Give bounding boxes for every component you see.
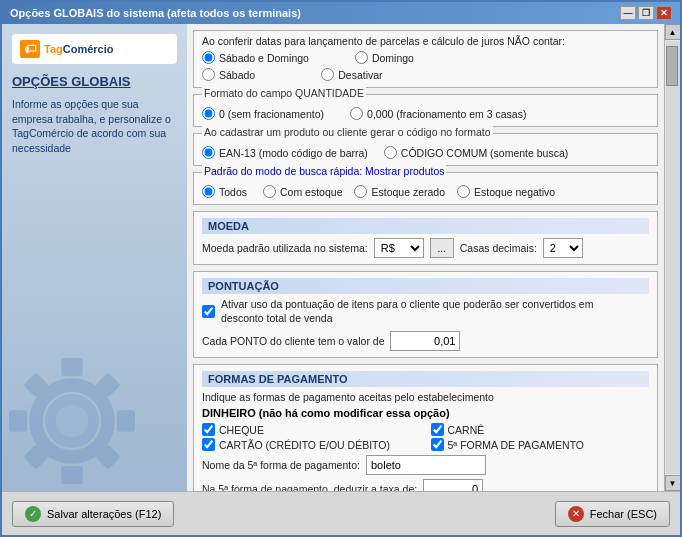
sabado-domingo-label: Sábado e Domingo [219,52,309,64]
carne-checkbox[interactable] [431,423,444,436]
restore-button[interactable]: ❐ [638,6,654,20]
com-estoque-radio[interactable] [263,185,276,198]
moeda-title: MOEDA [202,218,649,234]
sabado-radio[interactable] [202,68,215,81]
pontuacao-section: PONTUAÇÃO Ativar uso da pontuação de ite… [193,271,658,358]
desativar-option: Desativar [321,68,382,81]
pontuacao-row: Ativar uso da pontuação de itens para o … [202,298,649,325]
save-icon: ✓ [25,506,41,522]
moeda-label-text: Moeda padrão utilizada no sistema: [202,242,368,254]
moeda-row: Moeda padrão utilizada no sistema: R$ ..… [202,238,649,258]
opcoes-title: OPÇÕES GLOBAIS [12,74,177,89]
gear-decoration [2,331,162,491]
date-label: Ao conferir datas para lançamento de par… [202,35,649,47]
casas-select[interactable]: 2 [543,238,583,258]
com-estoque-option: Com estoque [263,185,342,198]
pontuacao-checkbox-label: Ativar uso da pontuação de itens para o … [221,298,601,325]
zero-dec-label: 0,000 (fracionamento em 3 casas) [367,108,526,120]
quantidade-options: 0 (sem fracionamento) 0,000 (fracionamen… [202,107,649,120]
currency-select[interactable]: R$ [374,238,424,258]
nome-quinta-label: Nome da 5ª forma de pagamento: [202,459,360,471]
estoque-negativo-option: Estoque negativo [457,185,555,198]
formas-title: FORMAS DE PAGAMENTO [202,371,649,387]
scrollbar[interactable]: ▲ ▼ [664,24,680,491]
date-options-row1: Sábado e Domingo Domingo [202,51,649,64]
ponto-label: Cada PONTO do cliente tem o valor de [202,335,384,347]
zero-dec-radio[interactable] [350,107,363,120]
zero-int-option: 0 (sem fracionamento) [202,107,324,120]
estoque-zerado-radio[interactable] [354,185,367,198]
nome-quinta-input[interactable] [366,455,486,475]
todos-option: Todos [202,185,247,198]
carne-option: CARNÊ [431,423,650,436]
estoque-negativo-radio[interactable] [457,185,470,198]
logo-commerce-text: Comércio [63,43,114,55]
todos-radio[interactable] [202,185,215,198]
zero-int-radio[interactable] [202,107,215,120]
zero-int-label: 0 (sem fracionamento) [219,108,324,120]
estoque-zerado-label: Estoque zerado [371,186,445,198]
footer: ✓ Salvar alterações (F12) ✕ Fechar (ESC) [2,491,680,535]
codigo-comum-option: CÓDIGO COMUM (somente busca) [384,146,568,159]
logo-text: TagComércio [44,43,114,55]
ean13-radio[interactable] [202,146,215,159]
svg-point-9 [56,405,88,437]
main-window: Opções GLOBAIS do sistema (afeta todos o… [0,0,682,537]
ponto-value-input[interactable] [390,331,460,351]
moeda-section: MOEDA Moeda padrão utilizada no sistema:… [193,211,658,265]
quinta-forma-checkbox[interactable] [431,438,444,451]
cartao-option: CARTÃO (CRÉDITO E/OU DÉBITO) [202,438,421,451]
cheque-checkbox[interactable] [202,423,215,436]
sabado-domingo-option: Sábado e Domingo [202,51,309,64]
desativar-radio[interactable] [321,68,334,81]
sabado-domingo-radio[interactable] [202,51,215,64]
formas-grid: CHEQUE CARNÊ CARTÃO (CRÉDITO E/OU DÉBITO… [202,423,649,451]
quantidade-label: Formato do campo QUANTIDADE [202,87,366,99]
quinta-forma-label: 5ª FORMA DE PAGAMENTO [448,439,585,451]
svg-rect-2 [9,410,27,432]
todos-label: Todos [219,186,247,198]
logo-tag: 🏷 [20,40,40,58]
desativar-label: Desativar [338,69,382,81]
logo-area: 🏷 TagComércio [12,34,177,64]
scroll-down-button[interactable]: ▼ [665,475,681,491]
close-label: Fechar (ESC) [590,508,657,520]
scroll-track [666,41,680,474]
cheque-option: CHEQUE [202,423,421,436]
svg-rect-3 [117,410,135,432]
window-controls: — ❐ ✕ [620,6,672,20]
estoque-zerado-option: Estoque zerado [354,185,445,198]
formas-section: FORMAS DE PAGAMENTO Indique as formas de… [193,364,658,491]
domingo-radio[interactable] [355,51,368,64]
cartao-checkbox[interactable] [202,438,215,451]
com-estoque-label: Com estoque [280,186,342,198]
scroll-up-button[interactable]: ▲ [665,24,681,40]
minimize-button[interactable]: — [620,6,636,20]
cadastro-section: Ao cadastrar um produto ou cliente gerar… [193,133,658,166]
busca-options: Todos Com estoque Estoque zerado Es [202,185,649,198]
codigo-comum-radio[interactable] [384,146,397,159]
save-button[interactable]: ✓ Salvar alterações (F12) [12,501,174,527]
domingo-label: Domingo [372,52,414,64]
busca-section: Padrão do modo de busca rápida: Mostrar … [193,172,658,205]
close-button[interactable]: ✕ Fechar (ESC) [555,501,670,527]
cheque-label: CHEQUE [219,424,264,436]
cadastro-label: Ao cadastrar um produto ou cliente gerar… [202,126,493,138]
right-panel: Ao conferir datas para lançamento de par… [187,24,664,491]
taxa-input[interactable] [423,479,483,491]
zero-dec-option: 0,000 (fracionamento em 3 casas) [350,107,526,120]
svg-rect-0 [61,358,83,376]
ean13-option: EAN-13 (modo código de barra) [202,146,368,159]
window-title: Opções GLOBAIS do sistema (afeta todos o… [10,7,301,19]
taxa-label: Na 5ª forma de pagamento, deduzir a taxa… [202,483,417,491]
pontuacao-checkbox[interactable] [202,305,215,318]
currency-dots-button[interactable]: ... [430,238,454,258]
scroll-thumb[interactable] [666,46,678,86]
estoque-negativo-label: Estoque negativo [474,186,555,198]
left-panel: 🏷 TagComércio OPÇÕES GLOBAIS Informe as … [2,24,187,491]
cartao-label: CARTÃO (CRÉDITO E/OU DÉBITO) [219,439,390,451]
quinta-forma-option: 5ª FORMA DE PAGAMENTO [431,438,650,451]
close-window-button[interactable]: ✕ [656,6,672,20]
title-bar: Opções GLOBAIS do sistema (afeta todos o… [2,2,680,24]
sabado-label: Sábado [219,69,255,81]
